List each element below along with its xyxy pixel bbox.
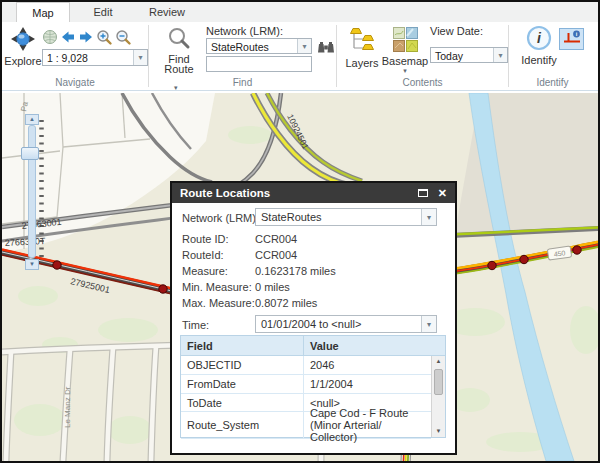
layers-tree-icon <box>349 27 375 56</box>
zoom-slider-handle[interactable] <box>21 147 39 160</box>
identify-route-icon: i <box>562 29 582 49</box>
zoom-out-icon <box>115 36 132 48</box>
field-value-measure: 0.1623178 miles <box>255 265 336 277</box>
field-label-network: Network (LRM): <box>182 212 259 224</box>
cell-value: 2046 <box>304 359 431 371</box>
basemap-dropdown-caret[interactable]: ▾ <box>403 67 407 74</box>
arrow-right-icon <box>78 35 94 47</box>
cell-field: FromDate <box>181 375 304 393</box>
network-lrm-combo[interactable]: StateRoutes ▾ <box>206 38 312 54</box>
globe-icon <box>42 35 58 47</box>
app-window: Map Edit Review Explore <box>0 0 600 463</box>
magnifier-icon <box>167 26 191 52</box>
group-label-identify: Identify <box>509 77 596 88</box>
search-routes-button[interactable] <box>317 39 335 58</box>
table-scrollbar[interactable]: ▲ ▼ <box>431 356 445 437</box>
field-label-time: Time: <box>182 319 209 331</box>
tab-review[interactable]: Review <box>136 2 198 22</box>
zoom-in-icon <box>96 36 113 48</box>
fixed-zoom-in-button[interactable] <box>96 29 113 48</box>
arrow-left-icon <box>60 35 76 47</box>
map-scale-value: 1 : 9,028 <box>43 50 133 65</box>
table-row[interactable]: OBJECTID 2046 <box>181 356 431 375</box>
ribbon-tab-bar: Map Edit Review <box>2 2 598 22</box>
cell-field: OBJECTID <box>181 356 304 374</box>
group-label-navigate: Navigate <box>2 77 148 88</box>
chevron-down-icon: ▾ <box>493 48 507 62</box>
network-lrm-value: StateRoutes <box>207 39 297 53</box>
map-scale-combo[interactable]: 1 : 9,028 ▾ <box>42 49 148 66</box>
chevron-down-icon: ▾ <box>133 50 147 65</box>
cell-value: Cape Cod - F Route (Minor Arterial/ Coll… <box>304 407 431 443</box>
field-label-routeid: RouteId: <box>182 249 224 261</box>
tab-edit[interactable]: Edit <box>76 2 130 22</box>
cell-field: Route_System <box>181 412 304 438</box>
next-extent-button[interactable] <box>78 29 94 47</box>
field-label-min-measure: Min. Measure: <box>182 281 252 293</box>
basemap-label: Basemap <box>382 55 428 67</box>
chevron-down-icon: ▾ <box>421 316 436 332</box>
field-label-measure: Measure: <box>182 265 228 277</box>
layers-label: Layers <box>345 57 378 69</box>
network-combo[interactable]: StateRoutes ▾ <box>255 208 437 226</box>
explore-button[interactable]: Explore <box>4 26 42 76</box>
field-value-route-id: CCR004 <box>255 233 297 245</box>
identify-label: Identify <box>521 54 556 66</box>
table-row[interactable]: Route_System Cape Cod - F Route (Minor A… <box>181 412 431 439</box>
chevron-down-icon: ▾ <box>297 39 311 53</box>
scroll-down-icon[interactable]: ▼ <box>432 426 445 437</box>
field-label-max-measure: Max. Measure: <box>182 297 255 309</box>
identify-route-location-toggle[interactable]: i <box>559 28 584 50</box>
view-date-label: View Date: <box>430 25 483 37</box>
scrollbar-thumb[interactable] <box>434 369 443 395</box>
time-combo[interactable]: 01/01/2004 to <null> ▾ <box>255 315 437 333</box>
zoom-slider-track[interactable] <box>28 125 36 258</box>
column-header-value: Value <box>304 340 445 352</box>
ribbon: Explore <box>2 22 598 91</box>
identify-button[interactable]: i Identify <box>520 25 558 73</box>
field-value-max-measure: 0.8072 miles <box>255 297 317 309</box>
zoom-slider-down-button[interactable]: ▼ <box>25 259 39 270</box>
network-lrm-label: Network (LRM): <box>206 25 283 37</box>
route-locations-dialog: Route Locations ✕ Network (LRM): StateRo… <box>170 181 457 455</box>
dialog-titlebar[interactable]: Route Locations ✕ <box>172 183 455 203</box>
basemap-button[interactable]: Basemap ▾ <box>384 27 426 83</box>
cell-field: ToDate <box>181 394 304 411</box>
table-row[interactable]: FromDate 1/1/2004 <box>181 375 431 394</box>
cell-value: 1/1/2004 <box>304 378 431 390</box>
attribute-table: Field Value OBJECTID 2046 FromDate 1/1/2… <box>180 335 446 438</box>
view-date-combo[interactable]: Today ▾ <box>430 47 508 63</box>
identify-info-icon: i <box>526 25 552 53</box>
full-extent-button[interactable] <box>42 29 58 47</box>
zoom-slider-up-button[interactable]: ▲ <box>25 114 39 125</box>
route-id-input[interactable] <box>206 56 312 72</box>
layers-button[interactable]: Layers <box>344 27 380 75</box>
time-combo-value: 01/01/2004 to <null> <box>256 316 421 332</box>
binoculars-icon <box>317 46 335 58</box>
attribute-table-header: Field Value <box>181 336 445 356</box>
view-date-value: Today <box>431 48 493 62</box>
group-label-contents: Contents <box>337 77 508 88</box>
scroll-up-icon[interactable]: ▲ <box>432 356 445 367</box>
find-route-label-2: Route <box>164 63 193 75</box>
fixed-zoom-out-button[interactable] <box>115 29 132 48</box>
maximize-icon[interactable] <box>418 189 428 197</box>
column-header-field: Field <box>181 336 304 355</box>
find-route-button[interactable]: Find Route <box>158 26 200 84</box>
previous-extent-button[interactable] <box>60 29 76 47</box>
field-label-route-id: Route ID: <box>182 233 228 245</box>
basemap-grid-icon <box>393 27 418 54</box>
close-icon[interactable]: ✕ <box>438 187 447 200</box>
group-label-find: Find <box>149 77 336 88</box>
network-combo-value: StateRoutes <box>256 209 421 225</box>
field-value-min-measure: 0 miles <box>255 281 290 293</box>
chevron-down-icon: ▾ <box>421 209 436 225</box>
field-value-routeid: CCR004 <box>255 249 297 261</box>
explore-compass-icon <box>10 26 36 54</box>
explore-label: Explore <box>4 55 41 67</box>
dialog-title: Route Locations <box>172 187 418 199</box>
label-le-manz-dr: Le Manz Dr <box>63 386 72 428</box>
tab-map[interactable]: Map <box>16 2 70 22</box>
